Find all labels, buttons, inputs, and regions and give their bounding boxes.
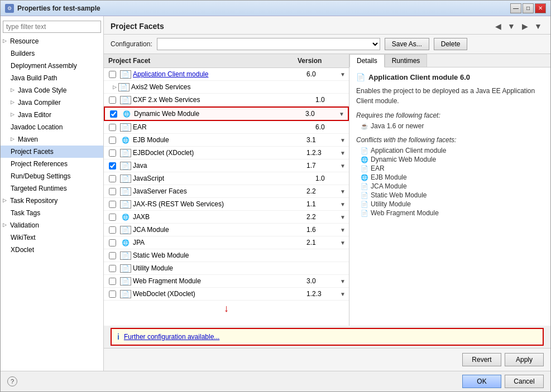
sidebar-item-maven[interactable]: ▷ Maven — [1, 133, 103, 146]
table-row: 📄 JAX-RS (REST Web Services) 1.1 ▼ — [104, 198, 349, 211]
sidebar-item-java-code-style[interactable]: ▷ Java Code Style — [1, 84, 103, 96]
facet-checkbox-application-client[interactable] — [104, 71, 121, 78]
sidebar-item-java-build-path[interactable]: Java Build Path — [1, 72, 103, 84]
facets-table-header: Project Facet Version — [104, 54, 349, 68]
dropdown-arrow-icon[interactable]: ▼ — [340, 240, 349, 246]
facets-list: 📄 Application Client module 6.0 ▼ ▷ 📄 Ax… — [104, 68, 349, 326]
facet-checkbox-web-fragment[interactable] — [104, 278, 121, 285]
facet-checkbox-jsf[interactable] — [104, 188, 121, 195]
dropdown-arrow-icon[interactable]: ▼ — [340, 214, 349, 220]
sidebar-item-run-debug[interactable]: Run/Debug Settings — [1, 170, 103, 182]
facet-version: 3.0 — [306, 277, 340, 285]
sidebar-item-project-references[interactable]: Project References — [1, 158, 103, 170]
facet-checkbox-dynamic-web[interactable] — [105, 110, 122, 118]
delete-button[interactable]: Delete — [434, 38, 468, 50]
facet-checkbox-js[interactable] — [104, 175, 121, 182]
maximize-button[interactable]: □ — [523, 3, 534, 13]
sidebar-item-java-editor[interactable]: ▷ Java Editor — [1, 109, 103, 121]
doc-icon: 📄 — [121, 69, 131, 79]
sidebar-item-label: XDoclet — [11, 245, 34, 255]
back-button[interactable]: ◀ — [492, 21, 504, 32]
close-button[interactable]: ✕ — [535, 3, 546, 13]
facet-checkbox-ear[interactable] — [104, 124, 121, 131]
facet-checkbox-webdoclet[interactable] — [104, 291, 121, 298]
dropdown-arrow-icon[interactable]: ▼ — [340, 227, 349, 233]
expand-arrow-icon[interactable]: ▷ — [113, 84, 117, 90]
facet-checkbox-jpa[interactable] — [104, 239, 121, 246]
sidebar-item-label: Task Repository — [10, 196, 58, 206]
facet-checkbox-jaxrs[interactable] — [104, 201, 121, 208]
further-config-link[interactable]: Further configuration available... — [124, 333, 219, 341]
sidebar-item-validation[interactable]: ▷ Validation — [1, 219, 103, 231]
facet-checkbox-ejb[interactable] — [104, 137, 121, 144]
tab-details[interactable]: Details — [349, 54, 385, 67]
facet-checkbox-jca[interactable] — [104, 226, 121, 234]
col-facet-header: Project Facet — [104, 56, 293, 66]
doc-icon: 📄 — [356, 73, 365, 81]
sidebar-item-xdoclet[interactable]: XDoclet — [1, 244, 103, 256]
menu-button[interactable]: ▼ — [533, 21, 544, 32]
tab-runtimes[interactable]: Runtimes — [385, 54, 428, 67]
facet-checkbox-utility[interactable] — [104, 265, 121, 272]
dropdown-arrow-icon[interactable]: ▼ — [340, 163, 349, 169]
conflicts-label: Conflicts with the following facets: — [356, 136, 544, 144]
dropdown-arrow-icon[interactable]: ▼ — [340, 278, 349, 284]
help-button[interactable]: ? — [7, 376, 17, 386]
sidebar-item-label: Java Code Style — [18, 85, 66, 95]
conflict-item-label: Web Fragment Module — [371, 209, 439, 217]
arrow-icon: ▷ — [11, 99, 15, 107]
table-row: 📄 Web Fragment Module 3.0 ▼ — [104, 275, 349, 288]
sidebar-item-targeted-runtimes[interactable]: Targeted Runtimes — [1, 182, 103, 195]
sidebar-item-builders[interactable]: Builders — [1, 47, 103, 60]
right-panel: Project Facets ◀ ▼ ▶ ▼ Configuration: Sa… — [104, 16, 550, 371]
sidebar-item-task-tags[interactable]: Task Tags — [1, 207, 103, 219]
sidebar-item-label: Targeted Runtimes — [11, 183, 67, 193]
dropdown-arrow-icon[interactable]: ▼ — [340, 137, 349, 143]
facet-version: 6.0 — [306, 70, 340, 78]
facet-name: JPA — [133, 239, 306, 246]
dropdown-arrow-icon[interactable]: ▼ — [340, 188, 349, 195]
facet-checkbox-jaxb[interactable] — [104, 214, 121, 221]
apply-button[interactable]: Apply — [505, 353, 544, 366]
facet-checkbox-java[interactable] — [104, 162, 121, 170]
facet-name: JavaServer Faces — [133, 187, 306, 195]
minimize-button[interactable]: — — [510, 3, 521, 13]
facet-version: 1.0 — [315, 96, 349, 104]
facet-checkbox-ejbdoclet[interactable] — [104, 149, 121, 157]
dropdown-arrow-icon[interactable]: ▼ — [340, 291, 349, 297]
conflict-item-label: EAR — [371, 164, 385, 172]
sidebar-item-label: Run/Debug Settings — [11, 171, 70, 181]
config-select[interactable] — [157, 38, 380, 50]
facet-name[interactable]: Application Client module — [133, 70, 306, 78]
sidebar-item-task-repository[interactable]: ▷ Task Repository — [1, 195, 103, 207]
sidebar-item-label: WikiText — [11, 233, 36, 243]
save-as-button[interactable]: Save As... — [385, 38, 429, 50]
sidebar-item-java-compiler[interactable]: ▷ Java Compiler — [1, 96, 103, 109]
doc-icon: 📄 — [121, 276, 131, 286]
forward-button[interactable]: ▶ — [519, 21, 530, 32]
dropdown-arrow-icon[interactable]: ▼ — [340, 71, 349, 78]
revert-button[interactable]: Revert — [462, 353, 501, 366]
config-row: Configuration: Save As... Delete — [104, 35, 550, 54]
doc-icon: 📄 — [121, 95, 131, 105]
dropdown-arrow-icon[interactable]: ▼ — [340, 150, 349, 156]
dropdown-button[interactable]: ▼ — [506, 21, 517, 32]
config-label: Configuration: — [111, 40, 152, 48]
sidebar-item-project-facets[interactable]: Project Facets — [1, 146, 103, 158]
doc-icon: 📄 — [361, 147, 368, 154]
sidebar-item-label: Deployment Assembly — [11, 61, 77, 71]
sidebar-item-deployment-assembly[interactable]: Deployment Assembly — [1, 60, 103, 72]
facet-checkbox-cxf[interactable] — [104, 96, 121, 104]
ok-button[interactable]: OK — [462, 375, 501, 388]
table-row: 📄 Static Web Module — [104, 249, 349, 262]
sidebar-item-javadoc-location[interactable]: Javadoc Location — [1, 121, 103, 133]
sidebar-item-resource[interactable]: ▷ Resource — [1, 35, 103, 47]
facet-checkbox-static-web[interactable] — [104, 252, 121, 259]
dropdown-arrow-icon[interactable]: ▼ — [339, 111, 348, 117]
cancel-button[interactable]: Cancel — [505, 375, 544, 388]
facet-name: Static Web Module — [133, 251, 315, 259]
dropdown-arrow-icon[interactable]: ▼ — [340, 201, 349, 207]
sidebar-item-wikitext[interactable]: WikiText — [1, 231, 103, 244]
filter-input[interactable] — [3, 21, 101, 33]
doc-icon: 📄 — [361, 201, 368, 208]
